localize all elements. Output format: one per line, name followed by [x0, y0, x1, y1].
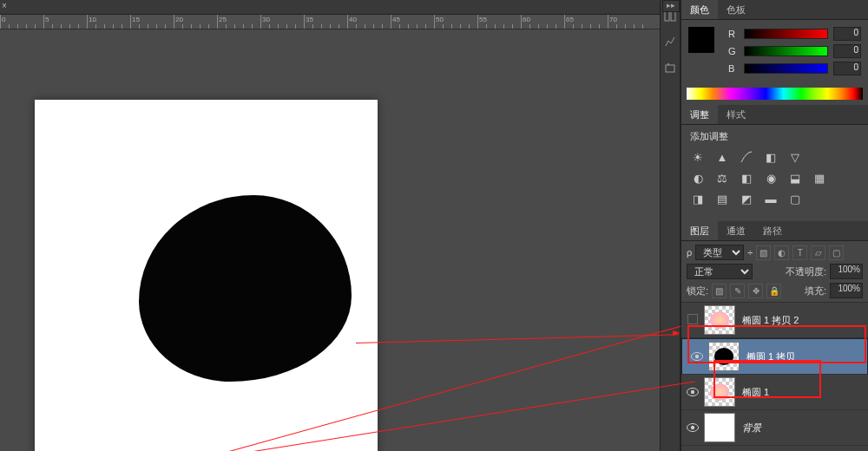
value-g[interactable]: 0 — [833, 44, 861, 58]
layers-panel-header: 图层 通道 路径 — [681, 221, 868, 241]
layer-row[interactable]: 背景 — [681, 410, 868, 446]
svg-point-9 — [691, 425, 694, 428]
label-b: B — [728, 63, 739, 74]
dock-icon-3[interactable] — [663, 61, 677, 75]
layer-name[interactable]: 椭圆 1 拷贝 — [746, 350, 795, 363]
adjust-panel: 添加调整 ☀ ▲ ◧ ▽ ◐ ⚖ ◧ ◉ ⬓ ▦ ◨ ▤ ◩ ▬ ▢ — [681, 125, 868, 221]
slider-b-track[interactable] — [744, 63, 828, 74]
visibility-eye-icon[interactable] — [681, 422, 704, 435]
adjust-title: 添加调整 — [690, 130, 859, 143]
visibility-eye-icon[interactable] — [686, 350, 708, 363]
ellipse-shape[interactable] — [139, 195, 352, 382]
layer-thumbnail[interactable] — [704, 413, 735, 442]
lock-all-icon[interactable]: 🔒 — [766, 284, 781, 298]
gradient-map-icon[interactable]: ▬ — [763, 192, 779, 206]
tab-swatches[interactable]: 色板 — [718, 0, 754, 19]
layer-thumbnail[interactable] — [708, 342, 740, 371]
layer-row[interactable]: 椭圆 1 — [681, 375, 868, 410]
balance-icon[interactable]: ⚖ — [714, 171, 730, 185]
blend-mode-select[interactable]: 正常 — [687, 264, 753, 279]
brightness-icon[interactable]: ☀ — [690, 150, 706, 164]
collapse-panels-icon[interactable]: ▸▸ — [662, 0, 680, 12]
lock-label: 锁定: — [687, 284, 708, 297]
layer-thumbnail[interactable] — [704, 305, 735, 335]
svg-point-3 — [667, 63, 669, 65]
svg-point-7 — [691, 389, 694, 393]
filter-shape-icon[interactable]: ▱ — [811, 245, 825, 260]
svg-point-5 — [695, 354, 699, 357]
value-b[interactable]: 0 — [833, 62, 861, 75]
tab-adjust[interactable]: 调整 — [681, 105, 718, 124]
filter-image-icon[interactable]: ▧ — [756, 245, 771, 260]
color-panel: R 0 G 0 B 0 — [681, 20, 868, 86]
photo-filter-icon[interactable]: ◉ — [763, 171, 779, 185]
slider-g-track[interactable] — [744, 46, 828, 56]
hue-icon[interactable]: ◐ — [690, 171, 706, 185]
vibrance-icon[interactable]: ▽ — [787, 150, 803, 164]
visibility-eye-icon[interactable] — [681, 386, 704, 399]
layer-name[interactable]: 椭圆 1 拷贝 2 — [742, 314, 799, 327]
layer-row[interactable]: 椭圆 1 拷贝 2 — [681, 303, 868, 338]
threshold-icon[interactable]: ◩ — [739, 192, 754, 206]
opacity-label: 不透明度: — [786, 265, 826, 278]
visibility-eye-icon[interactable] — [681, 314, 704, 327]
filter-type-icon[interactable]: T — [792, 245, 807, 260]
canvas-area: × 0510152025303540455055606570 ▸▸ — [0, 0, 660, 451]
filter-adjust-icon[interactable]: ◐ — [774, 245, 789, 260]
lock-brush-icon[interactable]: ✎ — [730, 284, 745, 298]
posterize-icon[interactable]: ▤ — [714, 192, 730, 206]
tab-color[interactable]: 颜色 — [681, 0, 718, 19]
slider-g: G 0 — [728, 44, 861, 58]
layer-name[interactable]: 椭圆 1 — [742, 386, 769, 399]
panel-dock — [660, 0, 681, 451]
layer-thumbnail[interactable] — [704, 377, 735, 407]
bw-icon[interactable]: ◧ — [739, 171, 754, 185]
exposure-icon[interactable]: ◧ — [763, 150, 779, 164]
tab-channels[interactable]: 通道 — [718, 221, 754, 240]
ruler-horizontal[interactable]: 0510152025303540455055606570 — [0, 15, 660, 29]
filter-smart-icon[interactable]: ▢ — [829, 245, 844, 260]
tab-styles[interactable]: 样式 — [718, 105, 754, 124]
panels-column: 颜色 色板 R 0 G 0 B — [681, 0, 868, 451]
tab-layers[interactable]: 图层 — [681, 221, 718, 240]
document-tabbar: × — [0, 0, 660, 15]
label-g: G — [728, 46, 739, 56]
tab-close-icon[interactable]: × — [2, 1, 7, 10]
layer-kind-select[interactable]: 类型 — [695, 245, 744, 260]
annotation-line — [356, 334, 679, 343]
fg-bg-swatch[interactable] — [688, 27, 723, 62]
curves-icon[interactable] — [739, 150, 754, 164]
fg-swatch[interactable] — [688, 27, 714, 53]
layer-list: 椭圆 1 拷贝 2椭圆 1 拷贝椭圆 1背景 — [681, 303, 868, 451]
tab-paths[interactable]: 路径 — [754, 221, 791, 240]
annotation-arrow-icon — [673, 330, 680, 336]
canvas[interactable] — [35, 100, 378, 451]
slider-r: R 0 — [728, 27, 861, 41]
lut-icon[interactable]: ▦ — [812, 171, 827, 185]
color-spectrum[interactable] — [687, 88, 863, 100]
selective-color-icon[interactable]: ▢ — [787, 192, 803, 206]
channel-mixer-icon[interactable]: ⬓ — [787, 171, 803, 185]
lock-move-icon[interactable]: ✥ — [748, 284, 763, 298]
lock-pixels-icon[interactable]: ▨ — [712, 284, 727, 298]
layer-options: ρ 类型 ÷ ▧ ◐ T ▱ ▢ 正常 不透明度: 100% 锁定: ▨ ✎ ✥… — [681, 241, 868, 303]
label-r: R — [728, 29, 739, 39]
opacity-value[interactable]: 100% — [830, 264, 863, 279]
levels-icon[interactable]: ▲ — [714, 150, 730, 164]
value-r[interactable]: 0 — [833, 27, 861, 41]
layer-name[interactable]: 背景 — [742, 422, 761, 435]
invert-icon[interactable]: ◨ — [690, 192, 706, 206]
slider-r-track[interactable] — [744, 29, 828, 39]
slider-b: B 0 — [728, 62, 861, 75]
layer-row[interactable]: 椭圆 1 拷贝 — [681, 338, 868, 375]
color-panel-header: 颜色 色板 — [681, 0, 868, 20]
fill-value[interactable]: 100% — [830, 283, 863, 298]
fill-label: 填充: — [805, 284, 826, 297]
svg-rect-2 — [666, 65, 674, 72]
adjust-panel-header: 调整 样式 — [681, 105, 868, 125]
dock-icon-2[interactable] — [663, 35, 677, 49]
